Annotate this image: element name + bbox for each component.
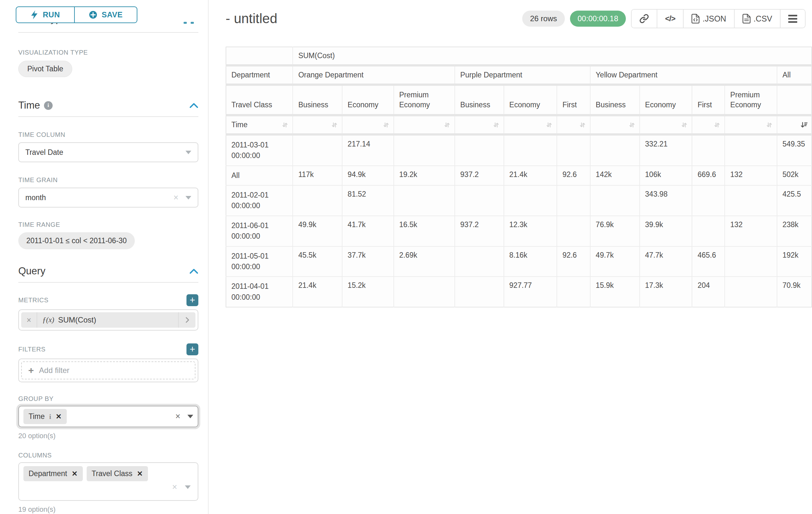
export-csv-button[interactable]: .CSV <box>734 10 780 28</box>
sort-column-button[interactable] <box>455 115 504 135</box>
clear-icon[interactable]: × <box>173 193 178 202</box>
value-cell: 47.7k <box>640 246 692 277</box>
visualization-type-pill[interactable]: Pivot Table <box>18 61 72 77</box>
row-label-cell: 2011-06-01 00:00:00 <box>226 216 293 246</box>
chevron-right-icon[interactable] <box>178 312 196 328</box>
run-button[interactable]: RUN <box>16 6 75 23</box>
table-row: 2011-05-01 00:00:0045.5k37.7k2.69k8.16k9… <box>226 246 812 277</box>
add-filter-button[interactable]: + <box>186 344 198 355</box>
value-cell: 204 <box>692 277 725 307</box>
remove-metric-icon[interactable]: × <box>21 312 37 328</box>
sort-column-button[interactable] <box>342 115 394 135</box>
value-cell: 15.2k <box>342 277 394 307</box>
value-cell: 192k <box>777 246 812 277</box>
sort-column-button[interactable] <box>640 115 692 135</box>
value-cell: 332.21 <box>640 135 692 166</box>
row-label-cell: 2011-04-01 00:00:00 <box>226 277 293 307</box>
value-cell: 12.3k <box>504 216 557 246</box>
value-cell <box>455 277 504 307</box>
panel-resize-handle[interactable] <box>183 22 194 24</box>
chevron-down-icon <box>185 151 191 154</box>
value-cell: 117k <box>293 166 342 185</box>
export-json-button[interactable]: .JSON <box>683 10 734 28</box>
save-button[interactable]: SAVE <box>75 6 137 23</box>
sort-column-button[interactable] <box>394 115 455 135</box>
time-range-label: TIME RANGE <box>18 221 198 228</box>
sort-arrows-icon <box>492 121 500 129</box>
columns-chip-department[interactable]: Department ✕ <box>23 466 83 481</box>
group-by-chip-time[interactable]: Time i ✕ <box>23 409 67 424</box>
travel-class-cell: Economy <box>342 85 394 115</box>
travel-class-cell: Economy <box>504 85 557 115</box>
metric-value: SUM(Cost) <box>58 316 96 324</box>
value-cell: 217.14 <box>342 135 394 166</box>
value-cell <box>692 135 725 166</box>
value-cell: 8.16k <box>504 246 557 277</box>
travel-class-cell: Premium Economy <box>725 85 777 115</box>
menu-button[interactable] <box>780 10 805 28</box>
value-cell: 16.5k <box>394 216 455 246</box>
control-panel: Chart Type RUN SAVE VISUALIZATION TYPE P… <box>0 0 209 514</box>
value-cell <box>557 216 590 246</box>
value-cell: 132 <box>725 166 777 185</box>
query-section-header: Query <box>18 265 198 277</box>
time-row-header[interactable]: Time <box>226 115 293 135</box>
chevron-up-icon[interactable] <box>190 268 198 274</box>
time-grain-select[interactable]: month × <box>18 188 198 208</box>
add-metric-button[interactable]: + <box>186 294 198 306</box>
share-link-button[interactable] <box>632 10 657 28</box>
file-text-icon <box>742 14 751 23</box>
chart-header: - untitled 26 rows 00:00:00.18 </> .JSON <box>226 9 806 28</box>
add-filter-dropzone[interactable]: + Add filter <box>21 361 196 379</box>
value-cell: 45.5k <box>293 246 342 277</box>
time-column-value: Travel Date <box>25 148 185 157</box>
section-divider <box>18 32 198 33</box>
travel-class-header-row: Travel ClassBusinessEconomyPremium Econo… <box>226 85 812 115</box>
embed-code-button[interactable]: </> <box>657 10 683 28</box>
value-cell <box>590 135 640 166</box>
sort-column-button[interactable] <box>725 115 777 135</box>
value-cell: 49.7k <box>590 246 640 277</box>
value-cell: 15.9k <box>590 277 640 307</box>
value-cell: 37.7k <box>342 246 394 277</box>
group-by-select[interactable]: Time i ✕ × <box>18 406 198 427</box>
sort-column-button[interactable] <box>777 115 812 135</box>
sort-column-button[interactable] <box>590 115 640 135</box>
remove-chip-icon[interactable]: ✕ <box>56 413 61 420</box>
sort-arrows-icon <box>330 121 339 129</box>
value-cell: 39.9k <box>640 216 692 246</box>
chip-label: Time <box>29 412 45 421</box>
value-cell: 92.6 <box>557 166 590 185</box>
sort-column-button[interactable] <box>692 115 725 135</box>
columns-select[interactable]: Department ✕ Travel Class ✕ × <box>18 462 198 501</box>
time-section-title: Time <box>18 100 40 111</box>
sort-arrows-icon <box>443 121 451 129</box>
value-cell: 465.6 <box>692 246 725 277</box>
value-cell <box>293 185 342 216</box>
time-range-pill[interactable]: 2011-01-01 ≤ col < 2011-06-30 <box>18 232 135 249</box>
remove-chip-icon[interactable]: ✕ <box>137 470 143 477</box>
sort-column-button[interactable] <box>504 115 557 135</box>
value-cell: 92.6 <box>557 246 590 277</box>
remove-chip-icon[interactable]: ✕ <box>71 470 77 477</box>
sort-column-button[interactable] <box>557 115 590 135</box>
sort-arrows-icon <box>281 121 289 129</box>
clear-icon[interactable]: × <box>175 412 180 421</box>
row-label-cell: 2011-05-01 00:00:00 <box>226 246 293 277</box>
chart-title[interactable]: - untitled <box>226 11 277 26</box>
sort-column-button[interactable] <box>293 115 342 135</box>
value-cell: 937.2 <box>455 166 504 185</box>
add-filter-placeholder: Add filter <box>39 366 70 375</box>
time-grain-label: TIME GRAIN <box>18 177 198 184</box>
value-cell: 94.9k <box>342 166 394 185</box>
time-column-select[interactable]: Travel Date <box>18 142 198 162</box>
code-icon: </> <box>665 14 675 23</box>
table-row: 2011-04-01 00:00:0021.4k15.2k927.7715.9k… <box>226 277 812 307</box>
metric-chip[interactable]: × ƒ(x) SUM(Cost) <box>21 312 196 328</box>
chevron-up-icon[interactable] <box>190 103 198 108</box>
value-cell: 106k <box>640 166 692 185</box>
chevron-down-icon <box>187 415 193 418</box>
value-cell <box>293 135 342 166</box>
clear-icon[interactable]: × <box>172 483 177 491</box>
columns-chip-travel-class[interactable]: Travel Class ✕ <box>87 466 148 481</box>
